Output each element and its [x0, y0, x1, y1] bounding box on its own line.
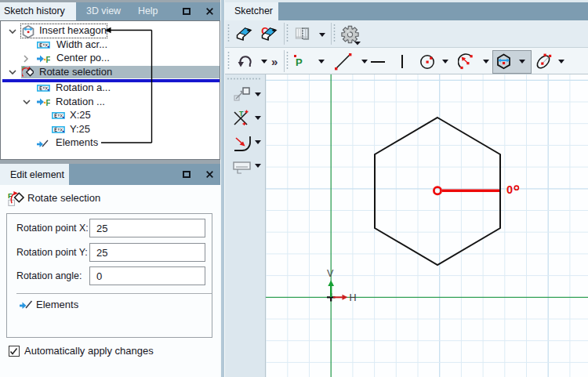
svg-text:P: P [296, 56, 303, 68]
svg-text:0: 0 [506, 183, 513, 196]
svg-text:V: V [327, 268, 334, 279]
svg-text:H: H [350, 292, 357, 303]
svg-text:F: F [46, 55, 51, 63]
svg-text:F: F [46, 99, 51, 107]
svg-text:T: T [239, 110, 244, 118]
